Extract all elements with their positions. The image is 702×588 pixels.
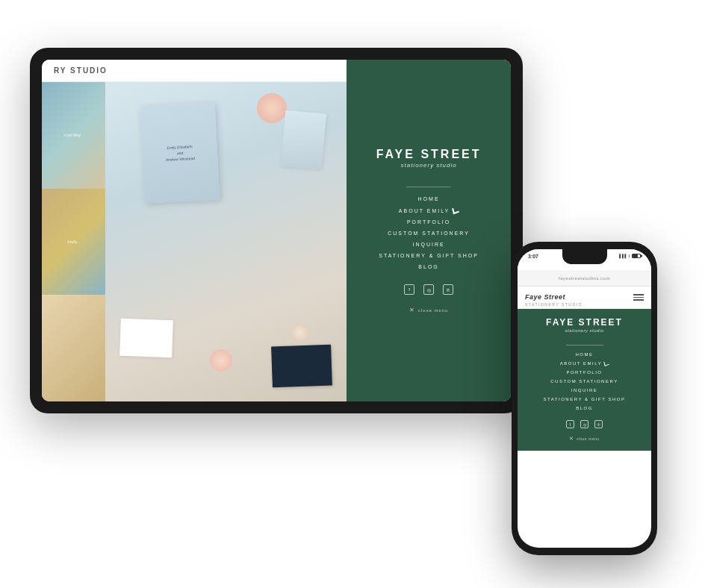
tablet-website-content: RY STUDIO Hotel Meg... kindly... (42, 60, 347, 401)
strip-photo-1-text: Hotel Meg... (63, 133, 84, 137)
hamburger-line-3 (633, 299, 644, 301)
phone-nav-header: Faye Street STATIONERY STUDIO (518, 287, 651, 309)
flower-decoration-3 (210, 349, 232, 372)
stationery-card-main: Emily ElizabethandAndrew Winstead (140, 102, 220, 203)
hamburger-line-2 (633, 297, 644, 298)
phone-screen: 3:07 ▐▐▐ ⌇ fayestreetstudios.com Faye St… (518, 249, 651, 548)
phone-browser-bar: fayestreetstudios.com (518, 270, 651, 287)
strip-photo-2: kindly... (42, 189, 105, 295)
tablet-nav-blog[interactable]: BLOG (379, 261, 479, 272)
phone-brand-name: FAYE STREET (546, 318, 623, 328)
tablet-brand-subtitle: stationery studio (376, 162, 482, 169)
flower-decoration-1 (257, 93, 287, 123)
card-main-text: Emily ElizabethandAndrew Winstead (165, 143, 195, 163)
phone-nav-blog[interactable]: BLOG (544, 404, 626, 413)
tablet-nav-about-emily[interactable]: ABOUT EMILY (379, 204, 479, 216)
phone-status-icons: ▐▐▐ ⌇ (618, 254, 641, 258)
scene: RY STUDIO Hotel Meg... kindly... (30, 33, 672, 555)
phone-instagram-icon[interactable]: ◎ (580, 420, 588, 428)
phone-logo-text: Faye Street (525, 293, 565, 301)
flower-decoration-4 (291, 323, 309, 342)
hamburger-menu-button[interactable] (633, 294, 644, 301)
phone-facebook-icon[interactable]: f (566, 420, 574, 428)
phone-nav-inquire[interactable]: INQUIRE (544, 386, 626, 395)
tablet-nav-portfolio[interactable]: PORTFOLIO (379, 216, 479, 228)
phone-brand-title: FAYE STREET stationery studio (546, 318, 623, 333)
tablet-header-text: RY STUDIO (54, 66, 108, 75)
strip-photo-3 (42, 295, 105, 401)
phone-nav-home[interactable]: HOME (544, 350, 626, 359)
phone-close-x-icon: ✕ (569, 436, 574, 442)
photo-strip: Hotel Meg... kindly... (42, 82, 105, 401)
stationery-card-small-3 (271, 345, 332, 388)
tablet-nav-custom-stationery[interactable]: CUSTOM STATIONERY (379, 228, 479, 239)
tablet-pinterest-icon[interactable]: ℗ (443, 284, 453, 295)
tablet-brand-divider (406, 187, 451, 187)
tablet-nav-inquire[interactable]: INQUIRE (379, 239, 479, 250)
tablet-screen: RY STUDIO Hotel Meg... kindly... (42, 60, 511, 401)
strip-photo-1: Hotel Meg... (42, 82, 105, 189)
phone-device: 3:07 ▐▐▐ ⌇ fayestreetstudios.com Faye St… (512, 242, 657, 555)
phone-nav-custom-stationery[interactable]: CUSTOM STATIONERY (544, 377, 626, 386)
tablet-close-menu[interactable]: ✕ close menu (409, 307, 449, 313)
tablet-main-photo: Emily ElizabethandAndrew Winstead (105, 82, 347, 401)
tablet-menu-panel: FAYE STREET stationery studio HOME ABOUT… (347, 60, 511, 401)
phone-notch (562, 249, 607, 264)
tablet-instagram-icon[interactable]: ◎ (423, 284, 434, 295)
phone-nav-about-emily[interactable]: ABOUT EMILY (544, 359, 626, 368)
tablet-nav-gift-shop[interactable]: STATIONERY & GIFT SHOP (379, 250, 479, 261)
stationery-card-small-1 (119, 319, 173, 357)
phone-logo-area: Faye Street STATIONERY STUDIO (525, 289, 583, 307)
phone-nav-portfolio[interactable]: PORTFOLIO (544, 368, 626, 377)
strip-photo-2-text: kindly... (67, 240, 80, 244)
tablet-facebook-icon[interactable]: f (404, 284, 414, 295)
tablet-nav-home[interactable]: HOME (379, 193, 479, 204)
tablet-social-row: f ◎ ℗ (404, 284, 453, 295)
hamburger-line-1 (633, 294, 644, 295)
wifi-icon: ⌇ (628, 254, 630, 258)
tablet-photos-area: Hotel Meg... kindly... (42, 82, 347, 401)
tablet-device: RY STUDIO Hotel Meg... kindly... (30, 48, 523, 413)
phone-cursor-icon (603, 360, 609, 366)
signal-icon: ▐▐▐ (618, 254, 626, 258)
tablet-website-header: RY STUDIO (42, 60, 347, 82)
close-x-icon: ✕ (409, 307, 415, 313)
phone-brand-subtitle: stationery studio (546, 328, 623, 333)
stationery-card-small-2 (281, 110, 326, 170)
phone-menu-panel: FAYE STREET stationery studio HOME ABOUT… (518, 309, 651, 451)
phone-logo-subtext: STATIONERY STUDIO (525, 302, 583, 307)
phone-url: fayestreetstudios.com (559, 276, 610, 281)
tablet-brand-title: FAYE STREET stationery studio (376, 148, 482, 169)
tablet-brand-name: FAYE STREET (376, 148, 482, 161)
battery-icon (632, 254, 641, 258)
phone-social-row: f ◎ ℗ (566, 420, 603, 428)
cursor-pointer-icon (452, 207, 459, 214)
phone-close-menu[interactable]: ✕ close menu (569, 436, 599, 442)
phone-brand-divider (566, 345, 603, 345)
tablet-nav-menu: HOME ABOUT EMILY PORTFOLIO CUSTOM STATIO… (379, 193, 479, 272)
phone-time: 3:07 (528, 254, 538, 259)
phone-nav-gift-shop[interactable]: STATIONERY & GIFT SHOP (544, 395, 626, 404)
phone-pinterest-icon[interactable]: ℗ (594, 420, 603, 428)
phone-nav-menu: HOME ABOUT EMILY PORTFOLIO CUSTOM STATIO… (544, 350, 626, 413)
